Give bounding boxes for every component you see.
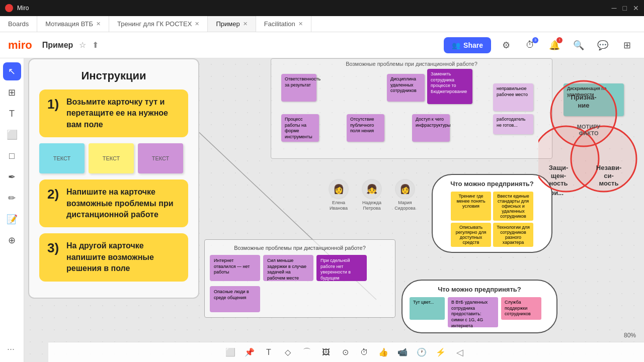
grid-button[interactable]: ⊞ [618, 36, 636, 54]
what-cloud-upper: Что можно предпринять? Тренинг где менее… [432, 174, 552, 253]
what-sticky-3[interactable]: Описывать регулярно для доступных средст… [451, 223, 491, 247]
bottom-what-area: Что можно предпринять? Тут цвет... В ВтБ… [401, 280, 557, 333]
sample-sticky-cyan[interactable]: ТЕКСТ [39, 143, 85, 173]
sticky-tool[interactable]: 📝 [3, 210, 21, 228]
venn-center: МОТИРУФАКТО [569, 124, 609, 137]
timer-button[interactable]: ⏱ 3 [521, 36, 539, 54]
canvas[interactable]: Возможные проблемы при дистанционной раб… [24, 58, 644, 362]
upload-button[interactable]: ⬆ [92, 40, 99, 50]
more-tools[interactable]: ··· [2, 340, 20, 358]
tab-primer[interactable]: Пример ✕ [208, 16, 256, 32]
titlebar: Miro ─ □ ✕ [0, 0, 644, 16]
avatar-elena: 👩 Елена Иванова [326, 179, 351, 211]
more-tools-bottom[interactable]: ◁ [452, 345, 467, 360]
bp-sticky-2[interactable]: Сил меньше задержки в случае задачей на … [263, 255, 313, 281]
zoom-percentage: 80% [624, 332, 636, 339]
maximize-btn[interactable]: □ [623, 4, 627, 12]
sticky-tool-bottom[interactable]: 📌 [242, 345, 257, 360]
main-area: ↖ ⊞ T ⬜ □ ✒ ✏ 📝 ⊕ ··· Возможные проблемы… [0, 58, 644, 362]
instruction-text-2: Напишите на карточке возможные проблемы … [66, 187, 180, 220]
sticky-5[interactable]: Отсутствие публичного поля нения [347, 114, 384, 142]
upper-board-title: Возможные проблемы при дистанционной раб… [271, 59, 552, 69]
bottom-problem-stickies: Интернет отвалился — нет работы Сил мень… [210, 255, 390, 312]
sticky-samples: ТЕКСТ ТЕКСТ ТЕКСТ [39, 143, 188, 173]
avatar-nadezhda: 👧 Надежда Петрова [359, 179, 384, 211]
avatar-maria: 👩 Мария Сидорова [392, 179, 418, 211]
minimize-btn[interactable]: ─ [612, 4, 617, 12]
grid-layout-tool[interactable]: ⊕ [3, 231, 21, 249]
sticky-4[interactable]: Процесс работы на форме инструменты [281, 114, 319, 142]
timer-tool-bottom[interactable]: ⏱ [357, 345, 372, 360]
close-tab-motivacia[interactable]: ✕ [96, 21, 101, 27]
bp-sticky-3[interactable]: При сдельной работе нет уверенности в бу… [316, 255, 367, 281]
bottom-problem-title: Возможные проблемы при дистанционной раб… [210, 245, 390, 251]
tab-facilitation[interactable]: Facilitation ✕ [256, 16, 311, 32]
instructions-title: Инструкции [39, 69, 188, 82]
tab-boards[interactable]: Boards [0, 16, 37, 32]
tab-trening[interactable]: Тренинг для ГК РОСТЕХ ✕ [109, 16, 208, 32]
layers-tool[interactable]: ⊞ [3, 83, 21, 102]
image-tool-bottom[interactable]: 🖼 [318, 345, 334, 360]
miro-logo: miro [8, 39, 32, 52]
text-tool-bottom[interactable]: T [261, 345, 276, 360]
mindmap-tool-bottom[interactable]: ⊙ [338, 345, 353, 360]
pen-tool[interactable]: ✒ [3, 168, 21, 186]
sticky-3[interactable]: Заменить сотрудника процессе то Бюджетир… [427, 69, 472, 104]
frame-tool-bottom[interactable]: ⬜ [223, 345, 238, 360]
like-tool-bottom[interactable]: 👍 [376, 345, 391, 360]
shape-tool-bottom[interactable]: ◇ [280, 345, 295, 360]
bottom-what-title: Что можно предпринять? [410, 286, 549, 293]
text-tool[interactable]: T [3, 105, 21, 123]
right-sticky-1[interactable]: неправильное рабочее место [493, 83, 533, 111]
frame-tool[interactable]: ⬜ [3, 126, 21, 144]
bp-sticky-1[interactable]: Интернет отвалился — нет работы [210, 255, 260, 281]
close-tab-facilitation[interactable]: ✕ [298, 21, 303, 27]
instruction-text-1: Возьмите карточку тут и перетащите ее на… [66, 97, 180, 130]
what-sticky-1[interactable]: Тренинг где менее понять условия [451, 192, 491, 221]
instruction-num-1: 1) [47, 97, 62, 112]
pencil-tool[interactable]: ✏ [3, 189, 21, 207]
clock-tool-bottom[interactable]: 🕐 [414, 345, 429, 360]
close-tab-trening[interactable]: ✕ [195, 21, 199, 27]
star-button[interactable]: ☆ [79, 40, 86, 50]
left-sidebar: ↖ ⊞ T ⬜ □ ✒ ✏ 📝 ⊕ ··· [0, 58, 24, 362]
venn-label-3: Незави-си-мость [594, 164, 624, 188]
comment-button[interactable]: 💬 [594, 36, 612, 54]
bw-sticky-3[interactable]: Служба поддержки сотрудников [501, 297, 541, 320]
sticky-6[interactable]: Доступ к чего инфраструктуры [412, 114, 450, 142]
bolt-tool-bottom[interactable]: ⚡ [433, 345, 448, 360]
sample-sticky-yellow[interactable]: ТЕКСТ [89, 143, 134, 173]
avatar-maria-img: 👩 [395, 179, 415, 199]
settings-button[interactable]: ⚙ [497, 36, 515, 54]
avatar-nadezhda-label: Надежда Петрова [359, 200, 384, 211]
tab-motivacia[interactable]: Мотивация ВТБ ✕ [37, 16, 109, 32]
right-top-stickies: неправильное рабочее место работодатель … [493, 83, 533, 134]
avatar-elena-label: Елена Иванова [326, 200, 351, 211]
sticky-1[interactable]: Ответственность за результат [281, 74, 316, 102]
what-sticky-4[interactable]: Технологии для сотрудников разного харак… [493, 223, 533, 247]
notifications-button[interactable]: 🔔 ! [545, 36, 564, 54]
connector-tool-bottom[interactable]: ⌒ [299, 345, 314, 360]
search-button[interactable]: 🔍 [570, 36, 588, 54]
titlebar-title: Miro [17, 5, 29, 12]
close-tab-primer[interactable]: ✕ [243, 21, 248, 27]
sticky-2[interactable]: Дисциплина удаленных сотрудников [387, 74, 425, 102]
sample-sticky-purple[interactable]: ТЕКСТ [138, 143, 183, 173]
bw-sticky-2[interactable]: В ВтБ удаленных сотрудника предоставить:… [448, 297, 498, 327]
cursor-tool[interactable]: ↖ [3, 62, 21, 80]
close-btn[interactable]: ✕ [633, 4, 639, 12]
rect-tool[interactable]: □ [3, 147, 21, 165]
right-sticky-2[interactable]: работодатель не готов... [493, 114, 533, 134]
bw-sticky-1[interactable]: Тут цвет... [410, 297, 445, 320]
what-cloud-upper-border: Что можно предпринять? Тренинг где менее… [432, 174, 552, 253]
bottom-toolbar: ⬜ 📌 T ◇ ⌒ 🖼 ⊙ ⏱ 👍 📹 🕐 ⚡ ◁ [48, 342, 644, 362]
avatar-maria-label: Мария Сидорова [392, 200, 418, 211]
share-button[interactable]: 👥 Share [444, 37, 491, 53]
bottom-what-stickies: Тут цвет... В ВтБ удаленных сотрудника п… [410, 297, 549, 327]
video-tool-bottom[interactable]: 📹 [395, 345, 410, 360]
bp-sticky-4[interactable]: Опасные люди в среде общения [210, 286, 260, 312]
instruction-num-2: 2) [47, 187, 62, 202]
bottom-what-cloud: Что можно предпринять? Тут цвет... В ВтБ… [401, 280, 557, 333]
what-sticky-2[interactable]: Ввести единые стандарты для офисных и уд… [493, 192, 533, 221]
avatar-nadezhda-img: 👧 [362, 179, 382, 199]
